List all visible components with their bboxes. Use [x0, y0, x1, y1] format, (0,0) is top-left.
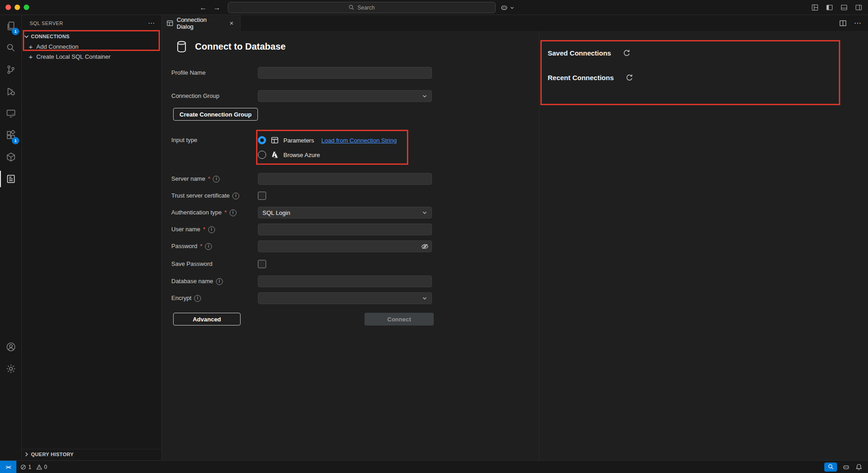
password-input[interactable]	[258, 240, 432, 252]
connection-group-row: Connection Group	[171, 90, 539, 102]
sidebar-item-add-connection[interactable]: + Add Connection	[22, 41, 161, 51]
profile-name-row: Profile Name	[171, 67, 539, 79]
explorer-activity-button[interactable]: 1	[0, 15, 21, 37]
authentication-type-row: Authentication type * i SQL Login	[171, 207, 539, 219]
refresh-saved-connections-button[interactable]	[623, 49, 631, 57]
info-icon[interactable]: i	[194, 295, 201, 302]
source-control-icon	[5, 64, 16, 75]
split-editor-icon[interactable]	[839, 20, 847, 27]
info-icon[interactable]: i	[230, 209, 236, 216]
search-icon	[349, 5, 354, 10]
connections-section-header[interactable]: CONNECTIONS	[22, 31, 161, 41]
toggle-panel-icon[interactable]	[840, 4, 848, 11]
toggle-password-visibility-button[interactable]	[421, 243, 429, 250]
info-icon[interactable]: i	[205, 243, 212, 250]
sidebar-item-create-local-sql-container[interactable]: + Create Local SQL Container	[22, 51, 161, 61]
workbench: 1 1	[0, 15, 868, 460]
forward-icon[interactable]: →	[213, 4, 221, 12]
info-icon[interactable]: i	[213, 176, 220, 183]
input-type-radio-group: Parameters Load from Connection String B…	[258, 134, 397, 161]
parameters-option-row: Parameters Load from Connection String	[258, 134, 397, 146]
notifications-button[interactable]	[855, 463, 863, 471]
cube-icon	[5, 152, 16, 163]
remote-indicator-icon: ><	[6, 464, 11, 470]
load-from-connection-string-link[interactable]: Load from Connection String	[321, 137, 396, 144]
info-icon[interactable]: i	[232, 193, 239, 199]
authentication-type-value: SQL Login	[262, 209, 290, 216]
containers-activity-button[interactable]	[0, 146, 21, 168]
editor-group: Connection Dialog × ⋯ Connect to Databas…	[162, 15, 868, 460]
run-debug-activity-button[interactable]	[0, 81, 21, 102]
password-label: Password	[171, 240, 197, 252]
advanced-button[interactable]: Advanced	[173, 313, 241, 326]
problems-status[interactable]: 1 0	[16, 464, 50, 470]
user-name-row: User name * i	[171, 224, 539, 235]
chevron-down-icon	[422, 295, 427, 301]
tab-connection-dialog[interactable]: Connection Dialog ×	[162, 15, 241, 31]
copilot-menu[interactable]	[500, 0, 514, 15]
azure-icon	[271, 151, 279, 159]
authentication-type-select[interactable]: SQL Login	[258, 207, 432, 219]
encrypt-label: Encrypt	[171, 292, 191, 304]
run-debug-icon	[5, 86, 16, 97]
refresh-icon	[626, 74, 633, 81]
more-actions-icon[interactable]: ⋯	[854, 19, 861, 27]
dialog-buttons-row: Advanced Connect	[173, 313, 434, 326]
sql-server-activity-button[interactable]	[0, 168, 21, 190]
command-center-search[interactable]: Search	[228, 2, 496, 13]
required-marker: *	[200, 240, 202, 252]
source-control-activity-button[interactable]	[0, 59, 21, 81]
settings-activity-button[interactable]	[0, 358, 21, 380]
search-activity-button[interactable]	[0, 37, 21, 59]
server-name-input[interactable]	[258, 173, 432, 185]
connection-group-label: Connection Group	[171, 90, 258, 102]
zoom-status-button[interactable]	[824, 463, 837, 472]
refresh-recent-connections-button[interactable]	[626, 74, 633, 81]
toggle-primary-sidebar-icon[interactable]	[826, 4, 833, 11]
close-window-button[interactable]	[5, 5, 11, 10]
more-actions-icon[interactable]: ⋯	[148, 19, 155, 27]
password-row: Password * i	[171, 240, 539, 252]
accounts-activity-button[interactable]	[0, 336, 21, 358]
connections-section-label: CONNECTIONS	[31, 34, 70, 39]
bell-icon	[855, 463, 863, 471]
sidebar-title: SQL SERVER	[30, 20, 148, 26]
tab-label: Connection Dialog	[177, 16, 225, 30]
trust-server-certificate-checkbox[interactable]	[258, 192, 266, 200]
database-name-input[interactable]	[258, 275, 432, 287]
toggle-secondary-sidebar-icon[interactable]	[855, 4, 863, 11]
profile-name-label: Profile Name	[171, 67, 258, 79]
tree-item-label: Add Connection	[36, 43, 79, 50]
remote-indicator-button[interactable]: ><	[0, 461, 16, 473]
input-type-row: Input type Parameters Load from Connecti…	[171, 134, 539, 173]
close-tab-icon[interactable]: ×	[227, 19, 236, 27]
connect-button[interactable]: Connect	[365, 313, 434, 326]
database-icon	[175, 40, 188, 53]
encrypt-select[interactable]	[258, 292, 432, 304]
editor-actions: ⋯	[839, 15, 868, 31]
info-icon[interactable]: i	[216, 278, 223, 285]
profile-name-input[interactable]	[258, 67, 432, 79]
copilot-status-button[interactable]	[842, 463, 850, 471]
create-group-row: Create Connection Group	[173, 108, 539, 121]
info-icon[interactable]: i	[208, 226, 215, 233]
server-name-row: Server name * i	[171, 173, 539, 185]
connection-group-select[interactable]	[258, 90, 432, 102]
user-name-input[interactable]	[258, 224, 432, 235]
save-password-checkbox[interactable]	[258, 260, 266, 268]
extensions-activity-button[interactable]: 1	[0, 124, 21, 146]
connection-dialog-tab-icon	[166, 20, 174, 27]
maximize-window-button[interactable]	[24, 5, 29, 10]
create-connection-group-button[interactable]: Create Connection Group	[173, 108, 258, 121]
parameters-radio[interactable]	[258, 136, 266, 144]
recent-connections-label: Recent Connections	[548, 74, 614, 81]
remote-explorer-activity-button[interactable]	[0, 102, 21, 124]
query-history-section-header[interactable]: QUERY HISTORY	[22, 449, 161, 459]
minimize-window-button[interactable]	[15, 5, 20, 10]
customize-layout-icon[interactable]	[811, 4, 819, 11]
back-icon[interactable]: ←	[200, 4, 207, 12]
warning-icon	[36, 464, 42, 470]
browse-azure-option-label: Browse Azure	[283, 152, 320, 158]
browse-azure-radio[interactable]	[258, 151, 266, 159]
parameters-icon	[271, 136, 279, 144]
